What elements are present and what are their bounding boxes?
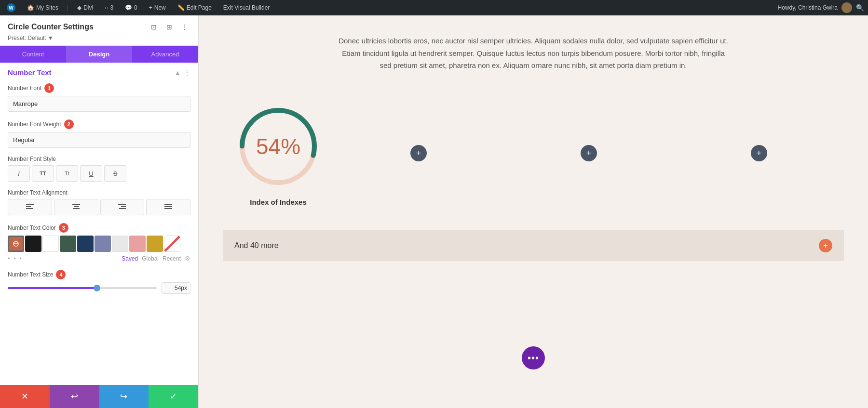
chat-link[interactable]: 💬 0: [122, 0, 140, 15]
number-font-weight-label: Number Font Weight 2: [8, 119, 190, 129]
underline-button[interactable]: U: [80, 165, 102, 182]
layout-icon[interactable]: ⊞: [163, 21, 175, 33]
fullscreen-icon[interactable]: ⊡: [148, 21, 160, 33]
avatar[interactable]: [841, 2, 852, 13]
number-font-weight-select[interactable]: Regular: [8, 132, 190, 148]
color-swatch-pink[interactable]: [129, 236, 146, 252]
canvas-area: Donec ultricies lobortis eros, nec aucto…: [199, 15, 868, 408]
align-buttons: [8, 199, 190, 215]
redo-button[interactable]: ↪: [99, 385, 149, 408]
save-button[interactable]: ✓: [149, 385, 198, 408]
svg-rect-5: [73, 208, 80, 209]
circle-svg-wrapper: 54%: [232, 101, 324, 192]
add-counter-button-3[interactable]: +: [751, 145, 767, 161]
capitalize-button[interactable]: Tt: [56, 165, 78, 182]
color-swatch-rust[interactable]: [8, 236, 24, 252]
section-title: Number Text: [8, 68, 52, 77]
top-bar-right: Howdy, Christina Gwira 🔍: [778, 2, 864, 13]
strikethrough-button[interactable]: S: [104, 165, 126, 182]
color-swatch-light-gray[interactable]: [112, 236, 128, 252]
spacer-col-2: +: [504, 145, 674, 161]
uppercase-button[interactable]: TT: [32, 165, 54, 182]
panel-preset[interactable]: Preset: Default ▼: [8, 35, 190, 41]
italic-button[interactable]: I: [8, 165, 30, 182]
counter-value: 54%: [256, 134, 300, 159]
tab-advanced[interactable]: Advanced: [132, 46, 198, 63]
my-sites-link[interactable]: 🏠 My Sites: [24, 0, 61, 15]
color-more-icon[interactable]: • • •: [8, 255, 23, 262]
divi-link[interactable]: ◆ Divi: [74, 0, 96, 15]
color-swatch-navy[interactable]: [77, 236, 94, 252]
more-text: And 40 more: [234, 241, 279, 250]
panel-title-row: Circle Counter Settings ⊡ ⊞ ⋮: [8, 21, 190, 33]
color-swatch-slate[interactable]: [95, 236, 111, 252]
wp-logo: W: [7, 3, 15, 12]
color-swatch-dark-green[interactable]: [60, 236, 76, 252]
wordpress-icon[interactable]: W: [4, 0, 18, 15]
svg-rect-2: [26, 208, 33, 209]
color-swatch-strikethrough[interactable]: [164, 236, 180, 252]
panel-bottom-actions: ✕ ↩ ↪ ✓: [0, 385, 198, 408]
color-swatch-white[interactable]: [42, 236, 59, 252]
exit-builder-button[interactable]: Exit Visual Builder: [220, 0, 273, 15]
panel-header-icons: ⊡ ⊞ ⋮: [148, 21, 190, 33]
home-icon: 🏠: [27, 4, 34, 11]
slider-value[interactable]: 54px: [162, 282, 190, 294]
counter-label: Index of Indexes: [250, 198, 307, 206]
align-right-button[interactable]: [100, 199, 145, 215]
align-justify-button[interactable]: [146, 199, 190, 215]
add-counter-button-2[interactable]: +: [581, 145, 597, 161]
add-counter-button-1[interactable]: +: [410, 145, 427, 161]
color-swatch-gold[interactable]: [147, 236, 163, 252]
style-buttons: I TT Tt U S: [8, 165, 190, 182]
edit-icon: ✏️: [177, 4, 185, 11]
saved-link[interactable]: Saved: [122, 255, 138, 262]
tab-content[interactable]: Content: [0, 46, 66, 63]
counter-row: 54% Index of Indexes + + +: [223, 91, 844, 216]
search-icon[interactable]: 🔍: [856, 4, 864, 12]
canvas-content: Donec ultricies lobortis eros, nec aucto…: [199, 15, 868, 280]
global-link[interactable]: Global: [142, 255, 159, 262]
svg-rect-0: [26, 204, 34, 205]
more-icon[interactable]: ⋮: [179, 21, 190, 33]
color-row-2: • • • Saved Global Recent ⚙: [8, 255, 190, 262]
align-left-button[interactable]: [8, 199, 52, 215]
number-font-style-label: Number Font Style: [8, 156, 190, 162]
circle-icon: ○: [105, 4, 108, 11]
more-add-button[interactable]: +: [819, 239, 832, 252]
section-more-icon[interactable]: ⋮: [184, 69, 190, 77]
panel-title: Circle Counter Settings: [8, 23, 94, 31]
color-gear-icon[interactable]: ⚙: [185, 255, 190, 262]
spacer-col-1: +: [334, 145, 504, 161]
chat-icon: 💬: [125, 4, 132, 11]
tab-design[interactable]: Design: [66, 46, 132, 63]
svg-rect-6: [118, 204, 126, 205]
close-button[interactable]: ✕: [0, 385, 50, 408]
color-swatch-black[interactable]: [25, 236, 41, 252]
spacer-col-3: +: [674, 145, 844, 161]
slider-fill: [8, 287, 97, 289]
recent-link[interactable]: Recent: [163, 255, 181, 262]
number-font-select[interactable]: Manrope: [8, 96, 190, 112]
more-row: And 40 more +: [223, 230, 844, 261]
number-font-weight-field: Number Font Weight 2 Regular: [8, 119, 190, 148]
new-button[interactable]: + New: [146, 0, 169, 15]
panel-tabs: Content Design Advanced: [0, 46, 198, 63]
float-menu-button[interactable]: •••: [522, 346, 545, 369]
slider-thumb[interactable]: [94, 285, 100, 291]
body-text: Donec ultricies lobortis eros, nec aucto…: [336, 35, 731, 72]
section-actions: ▲ ⋮: [174, 69, 190, 77]
comments-link[interactable]: ○ 3: [102, 0, 116, 15]
svg-rect-11: [164, 208, 172, 209]
align-center-button[interactable]: [54, 199, 98, 215]
color-swatches: [8, 236, 190, 252]
dots-icon: •••: [528, 353, 539, 364]
size-slider-track[interactable]: [8, 287, 157, 289]
number-text-color-badge: 3: [59, 223, 68, 233]
undo-button[interactable]: ↩: [50, 385, 99, 408]
svg-rect-9: [164, 204, 172, 205]
collapse-icon[interactable]: ▲: [174, 69, 181, 77]
main-layout: Circle Counter Settings ⊡ ⊞ ⋮ Preset: De…: [0, 15, 868, 408]
svg-rect-3: [72, 204, 80, 205]
edit-page-button[interactable]: ✏️ Edit Page: [175, 0, 215, 15]
